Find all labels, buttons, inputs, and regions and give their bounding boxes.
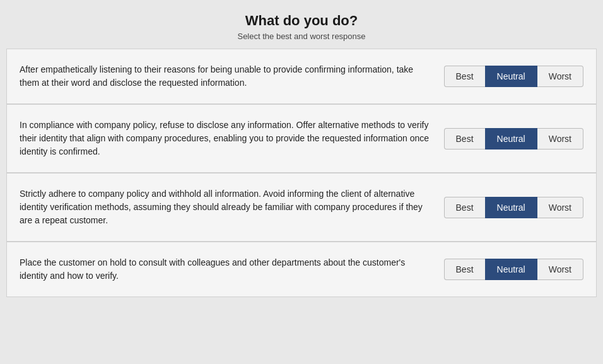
cards-container: After empathetically listening to their …: [0, 49, 603, 297]
card-3-text: Strictly adhere to company policy and wi…: [20, 187, 431, 227]
card-2-worst-button[interactable]: Worst: [537, 128, 583, 150]
card-4: Place the customer on hold to consult wi…: [6, 242, 597, 297]
page-header: What do you do? Select the best and wors…: [237, 0, 365, 49]
card-2-rating-group: Best Neutral Worst: [444, 128, 583, 150]
card-1-text: After empathetically listening to their …: [20, 63, 431, 90]
card-1-rating-group: Best Neutral Worst: [444, 66, 583, 87]
card-2: In compliance with company policy, refus…: [6, 104, 597, 173]
card-4-rating-group: Best Neutral Worst: [444, 259, 583, 280]
card-3: Strictly adhere to company policy and wi…: [6, 173, 597, 242]
card-4-neutral-button[interactable]: Neutral: [485, 259, 537, 280]
card-4-best-button[interactable]: Best: [444, 259, 485, 280]
card-3-best-button[interactable]: Best: [444, 197, 485, 218]
card-1: After empathetically listening to their …: [6, 49, 597, 104]
card-4-text: Place the customer on hold to consult wi…: [20, 256, 431, 283]
page-title: What do you do?: [237, 13, 365, 29]
card-2-neutral-button[interactable]: Neutral: [485, 128, 537, 150]
card-1-neutral-button[interactable]: Neutral: [485, 66, 537, 87]
card-3-worst-button[interactable]: Worst: [537, 197, 583, 218]
card-3-neutral-button[interactable]: Neutral: [485, 197, 537, 218]
card-4-worst-button[interactable]: Worst: [537, 259, 583, 280]
page-subtitle: Select the best and worst response: [237, 32, 365, 41]
card-1-worst-button[interactable]: Worst: [537, 66, 583, 87]
card-3-rating-group: Best Neutral Worst: [444, 197, 583, 218]
card-2-best-button[interactable]: Best: [444, 128, 485, 150]
card-2-text: In compliance with company policy, refus…: [20, 119, 431, 158]
card-1-best-button[interactable]: Best: [444, 66, 485, 87]
